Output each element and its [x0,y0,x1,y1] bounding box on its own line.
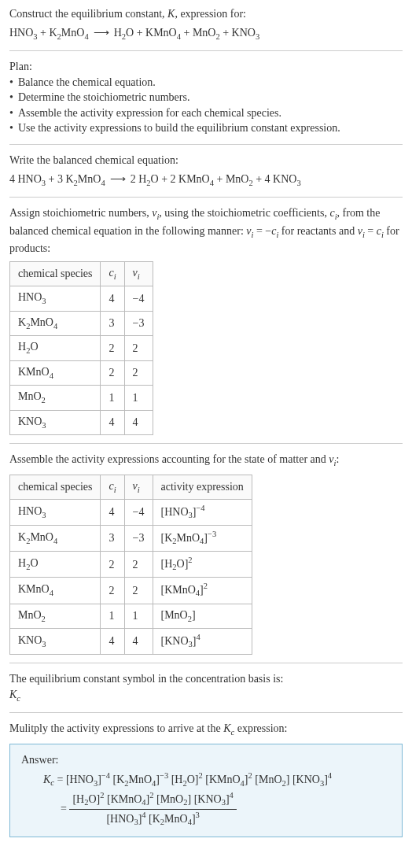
assemble-p1: Assemble the activity expressions accoun… [9,453,329,465]
answer-box: Answer: Kc = [HNO3]−4 [K2MnO4]−3 [H2O]2 … [9,744,403,837]
answer-line2: = [H2O]2 [KMnO4]2 [MnO2] [KNO3]4 [HNO3]4… [61,790,391,829]
cell-ci: 3 [101,311,124,335]
table-row: HNO34−4 [10,286,153,311]
table-row: KNO344 [10,410,153,434]
assign-r1c: = − [253,225,271,237]
intro-text-2: , expression for: [175,8,246,20]
answer-label: Answer: [21,752,391,768]
cell-ci: 2 [101,360,124,385]
cell-vi: 2 [124,360,153,385]
cell-species: KNO3 [10,410,101,434]
cell-species: K2MnO4 [10,311,101,335]
cell-ci: 4 [101,410,124,434]
cell-vi: 4 [124,629,153,655]
cell-vi: 1 [124,604,153,628]
plan-item-text: Assemble the activity expression for eac… [18,105,281,121]
assign-text: Assign stoichiometric numbers, νi, using… [9,205,403,257]
cell-activity: [K2MnO4]−3 [153,526,252,552]
col-ci: ci [101,261,124,286]
cell-species: HNO3 [10,286,101,311]
table-row: MnO211[MnO2] [10,604,252,628]
plan-item-text: Balance the chemical equation. [18,75,156,90]
plan-item: •Assemble the activity expression for ea… [9,105,403,121]
cell-species: KMnO4 [10,360,101,385]
table-row: HNO34−4[HNO3]−4 [10,500,252,526]
cell-species: KNO3 [10,629,101,655]
bullet-icon: • [9,120,13,136]
balanced-title: Write the balanced chemical equation: [9,153,403,168]
bullet-icon: • [9,105,13,121]
assign-p4: for reactants and [278,225,357,237]
cell-activity: [MnO2] [153,604,252,628]
intro-text-1: Construct the equilibrium constant, [9,8,167,20]
plan-title: Plan: [9,59,403,75]
multiply-k: K [223,722,230,734]
cell-activity: [KNO3]4 [153,629,252,655]
separator [9,663,403,663]
col-species: chemical species [10,475,101,499]
assemble-p2: : [336,453,339,465]
cell-ci: 2 [101,578,124,604]
concbasis-k: K [9,689,17,700]
cell-ci: 2 [101,336,124,360]
assign-p2: , using the stoichiometric coefficients, [159,207,329,219]
assign-r2c: = [365,225,377,237]
cell-ci: 4 [101,629,124,655]
cell-activity: [H2O]2 [153,552,252,578]
cell-species: H2O [10,336,101,360]
answer-k: K [43,774,50,785]
cell-vi: 4 [124,410,153,434]
multiply-text: Mulitply the activity expressions to arr… [9,721,403,738]
cell-ci: 3 [101,526,124,552]
answer-fraction: [H2O]2 [KMnO4]2 [MnO2] [KNO3]4 [HNO3]4 [… [69,790,236,829]
cell-activity: [KMnO4]2 [153,578,252,604]
plan-item: •Balance the chemical equation. [9,75,403,90]
cell-ci: 4 [101,500,124,526]
cell-vi: −3 [124,311,153,335]
assign-p1: Assign stoichiometric numbers, [9,207,152,219]
concbasis-text: The equilibrium constant symbol in the c… [9,671,403,704]
cell-species: MnO2 [10,386,101,410]
table-row: KMnO422[KMnO4]2 [10,578,252,604]
col-activity: activity expression [153,475,252,499]
cell-vi: 2 [124,578,153,604]
bullet-icon: • [9,90,13,105]
table-row: H2O22[H2O]2 [10,552,252,578]
plan-item-text: Determine the stoichiometric numbers. [18,90,190,105]
plan-item-text: Use the activity expressions to build th… [18,120,340,136]
assemble-text: Assemble the activity expressions accoun… [9,452,403,469]
cell-vi: −4 [124,286,153,311]
cell-ci: 4 [101,286,124,311]
intro-block: Construct the equilibrium constant, K, e… [9,6,403,22]
cell-ci: 2 [101,552,124,578]
answer-denominator: [HNO3]4 [K2MnO4]3 [69,810,236,829]
table-row: KNO344[KNO3]4 [10,629,252,655]
col-vi: νi [124,261,153,286]
cell-species: MnO2 [10,604,101,628]
col-vi: νi [124,475,153,499]
cell-vi: 2 [124,552,153,578]
cell-vi: 1 [124,386,153,410]
multiply-p2: expression: [234,722,287,734]
stoich-table: chemical speciesciνiHNO34−4K2MnO43−3H2O2… [9,261,153,435]
separator [9,197,403,198]
cell-ci: 1 [101,386,124,410]
table-row: H2O22 [10,336,153,360]
cell-vi: −4 [124,500,153,526]
table-row: K2MnO43−3[K2MnO4]−3 [10,526,252,552]
cell-activity: [HNO3]−4 [153,500,252,526]
bullet-icon: • [9,75,13,90]
plan-item: •Use the activity expressions to build t… [9,120,403,136]
cell-vi: −3 [124,526,153,552]
cell-ci: 1 [101,604,124,628]
table-row: K2MnO43−3 [10,311,153,335]
answer-eq: = [54,774,66,785]
activity-table: chemical speciesciνiactivity expressionH… [9,475,252,656]
col-ci: ci [101,475,124,499]
cell-species: KMnO4 [10,578,101,604]
cell-species: H2O [10,552,101,578]
cell-species: K2MnO4 [10,526,101,552]
cell-species: HNO3 [10,500,101,526]
intro-k: K [167,8,175,20]
cell-vi: 2 [124,336,153,360]
